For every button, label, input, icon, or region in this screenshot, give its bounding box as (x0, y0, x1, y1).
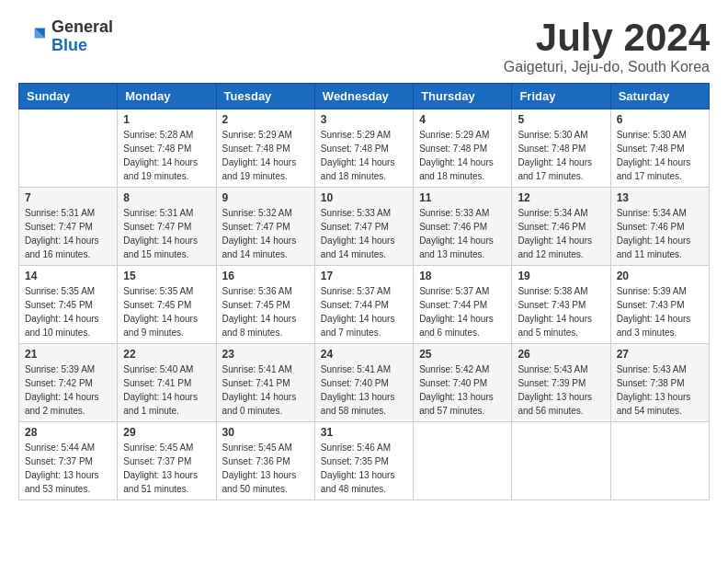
day-number: 23 (222, 348, 309, 361)
logo-icon (18, 22, 48, 52)
week-row-4: 21Sunrise: 5:39 AMSunset: 7:42 PMDayligh… (19, 344, 710, 422)
day-number: 4 (419, 113, 506, 126)
calendar-cell: 19Sunrise: 5:38 AMSunset: 7:43 PMDayligh… (512, 266, 610, 344)
day-info: Sunrise: 5:28 AMSunset: 7:48 PMDaylight:… (123, 128, 210, 183)
calendar-cell: 4Sunrise: 5:29 AMSunset: 7:48 PMDaylight… (414, 109, 512, 188)
day-number: 20 (617, 270, 703, 282)
calendar-cell: 31Sunrise: 5:46 AMSunset: 7:35 PMDayligh… (314, 422, 413, 500)
day-info: Sunrise: 5:34 AMSunset: 7:46 PMDaylight:… (518, 206, 604, 261)
calendar-cell: 23Sunrise: 5:41 AMSunset: 7:41 PMDayligh… (216, 344, 314, 422)
calendar-cell: 12Sunrise: 5:34 AMSunset: 7:46 PMDayligh… (512, 188, 610, 266)
calendar-cell: 6Sunrise: 5:30 AMSunset: 7:48 PMDaylight… (610, 109, 709, 188)
day-number: 30 (222, 426, 309, 439)
calendar-cell: 7Sunrise: 5:31 AMSunset: 7:47 PMDaylight… (19, 188, 118, 266)
day-info: Sunrise: 5:33 AMSunset: 7:46 PMDaylight:… (419, 206, 506, 261)
calendar-cell: 8Sunrise: 5:31 AMSunset: 7:47 PMDaylight… (118, 188, 216, 266)
day-info: Sunrise: 5:34 AMSunset: 7:46 PMDaylight:… (617, 206, 703, 261)
calendar-cell: 5Sunrise: 5:30 AMSunset: 7:48 PMDaylight… (512, 109, 610, 188)
day-info: Sunrise: 5:31 AMSunset: 7:47 PMDaylight:… (123, 206, 210, 261)
weekday-header-friday: Friday (512, 84, 610, 109)
calendar-cell: 22Sunrise: 5:40 AMSunset: 7:41 PMDayligh… (118, 344, 216, 422)
day-number: 13 (617, 191, 703, 204)
calendar-cell: 27Sunrise: 5:43 AMSunset: 7:38 PMDayligh… (610, 344, 709, 422)
day-number: 18 (419, 270, 506, 282)
day-number: 11 (419, 191, 506, 204)
day-info: Sunrise: 5:39 AMSunset: 7:43 PMDaylight:… (617, 284, 703, 339)
logo-blue: Blue (51, 37, 113, 55)
location-subtitle: Gaigeturi, Jeju-do, South Korea (504, 59, 710, 75)
day-number: 2 (222, 113, 309, 126)
day-number: 8 (123, 191, 210, 204)
calendar-cell: 13Sunrise: 5:34 AMSunset: 7:46 PMDayligh… (610, 188, 709, 266)
logo-general: General (51, 18, 113, 37)
title-area: July 2024 Gaigeturi, Jeju-do, South Kore… (504, 18, 710, 75)
calendar-cell: 11Sunrise: 5:33 AMSunset: 7:46 PMDayligh… (414, 188, 512, 266)
calendar-cell: 3Sunrise: 5:29 AMSunset: 7:48 PMDaylight… (314, 109, 413, 188)
calendar-cell: 1Sunrise: 5:28 AMSunset: 7:48 PMDaylight… (118, 109, 216, 188)
calendar-cell: 28Sunrise: 5:44 AMSunset: 7:37 PMDayligh… (19, 422, 118, 500)
day-number: 27 (617, 348, 703, 361)
day-info: Sunrise: 5:41 AMSunset: 7:41 PMDaylight:… (222, 362, 309, 418)
day-info: Sunrise: 5:33 AMSunset: 7:47 PMDaylight:… (321, 206, 407, 261)
day-number: 7 (25, 191, 111, 204)
day-info: Sunrise: 5:29 AMSunset: 7:48 PMDaylight:… (321, 128, 407, 183)
calendar-cell: 10Sunrise: 5:33 AMSunset: 7:47 PMDayligh… (314, 188, 413, 266)
calendar-cell: 25Sunrise: 5:42 AMSunset: 7:40 PMDayligh… (414, 344, 512, 422)
calendar-cell: 14Sunrise: 5:35 AMSunset: 7:45 PMDayligh… (19, 266, 118, 344)
day-info: Sunrise: 5:37 AMSunset: 7:44 PMDaylight:… (419, 284, 506, 339)
day-number: 15 (123, 270, 210, 282)
day-number: 24 (321, 348, 407, 361)
calendar-cell: 16Sunrise: 5:36 AMSunset: 7:45 PMDayligh… (216, 266, 314, 344)
calendar-cell: 17Sunrise: 5:37 AMSunset: 7:44 PMDayligh… (314, 266, 413, 344)
day-number: 19 (518, 270, 604, 282)
day-number: 16 (222, 270, 309, 282)
day-number: 10 (321, 191, 407, 204)
day-info: Sunrise: 5:36 AMSunset: 7:45 PMDaylight:… (222, 284, 309, 339)
weekday-header-thursday: Thursday (414, 84, 512, 109)
logo: General Blue (18, 18, 113, 55)
day-number: 5 (518, 113, 604, 126)
weekday-header-saturday: Saturday (610, 84, 709, 109)
weekday-header-row: SundayMondayTuesdayWednesdayThursdayFrid… (19, 84, 710, 109)
day-number: 12 (518, 191, 604, 204)
day-info: Sunrise: 5:41 AMSunset: 7:40 PMDaylight:… (321, 362, 407, 418)
calendar-cell: 30Sunrise: 5:45 AMSunset: 7:36 PMDayligh… (216, 422, 314, 500)
calendar-cell: 2Sunrise: 5:29 AMSunset: 7:48 PMDaylight… (216, 109, 314, 188)
day-info: Sunrise: 5:43 AMSunset: 7:39 PMDaylight:… (518, 362, 604, 418)
day-info: Sunrise: 5:32 AMSunset: 7:47 PMDaylight:… (222, 206, 309, 261)
day-number: 6 (617, 113, 703, 126)
day-info: Sunrise: 5:37 AMSunset: 7:44 PMDaylight:… (321, 284, 407, 339)
day-info: Sunrise: 5:45 AMSunset: 7:37 PMDaylight:… (123, 441, 210, 496)
calendar-cell (512, 422, 610, 500)
day-number: 25 (419, 348, 506, 361)
day-info: Sunrise: 5:40 AMSunset: 7:41 PMDaylight:… (123, 362, 210, 418)
day-info: Sunrise: 5:43 AMSunset: 7:38 PMDaylight:… (617, 362, 703, 418)
day-number: 29 (123, 426, 210, 439)
weekday-header-tuesday: Tuesday (216, 84, 314, 109)
calendar-cell: 26Sunrise: 5:43 AMSunset: 7:39 PMDayligh… (512, 344, 610, 422)
day-info: Sunrise: 5:46 AMSunset: 7:35 PMDaylight:… (321, 441, 407, 496)
day-info: Sunrise: 5:39 AMSunset: 7:42 PMDaylight:… (25, 362, 111, 418)
calendar-cell (414, 422, 512, 500)
day-info: Sunrise: 5:31 AMSunset: 7:47 PMDaylight:… (25, 206, 111, 261)
calendar-cell: 29Sunrise: 5:45 AMSunset: 7:37 PMDayligh… (118, 422, 216, 500)
day-info: Sunrise: 5:35 AMSunset: 7:45 PMDaylight:… (123, 284, 210, 339)
calendar-cell: 20Sunrise: 5:39 AMSunset: 7:43 PMDayligh… (610, 266, 709, 344)
calendar-cell: 15Sunrise: 5:35 AMSunset: 7:45 PMDayligh… (118, 266, 216, 344)
day-number: 9 (222, 191, 309, 204)
weekday-header-monday: Monday (118, 84, 216, 109)
calendar-cell: 18Sunrise: 5:37 AMSunset: 7:44 PMDayligh… (414, 266, 512, 344)
week-row-5: 28Sunrise: 5:44 AMSunset: 7:37 PMDayligh… (19, 422, 710, 500)
day-info: Sunrise: 5:30 AMSunset: 7:48 PMDaylight:… (518, 128, 604, 183)
calendar-cell: 21Sunrise: 5:39 AMSunset: 7:42 PMDayligh… (19, 344, 118, 422)
day-info: Sunrise: 5:44 AMSunset: 7:37 PMDaylight:… (25, 441, 111, 496)
logo-text: General Blue (51, 18, 113, 55)
calendar-cell (19, 109, 118, 188)
week-row-3: 14Sunrise: 5:35 AMSunset: 7:45 PMDayligh… (19, 266, 710, 344)
day-number: 1 (123, 113, 210, 126)
day-info: Sunrise: 5:30 AMSunset: 7:48 PMDaylight:… (617, 128, 703, 183)
weekday-header-wednesday: Wednesday (314, 84, 413, 109)
day-info: Sunrise: 5:35 AMSunset: 7:45 PMDaylight:… (25, 284, 111, 339)
day-info: Sunrise: 5:38 AMSunset: 7:43 PMDaylight:… (518, 284, 604, 339)
day-number: 31 (321, 426, 407, 439)
